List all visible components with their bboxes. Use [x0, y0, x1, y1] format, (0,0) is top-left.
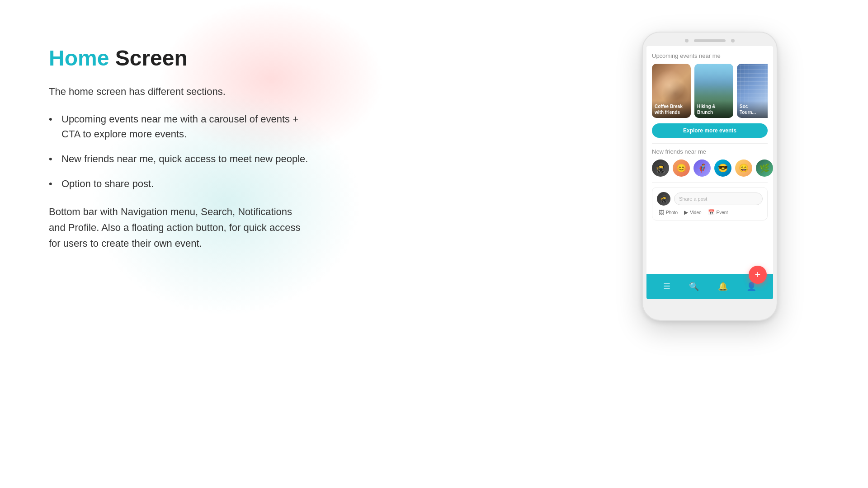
event-card-social[interactable]: SocTourn... [737, 64, 768, 118]
post-actions: 🖼 Photo ▶ Video 📅 Event [657, 209, 763, 216]
share-post-input[interactable]: Share a post [674, 192, 763, 205]
upcoming-section-title: Upcoming events near me [652, 52, 768, 59]
phone-camera [731, 39, 735, 42]
phone-dot [685, 39, 689, 42]
friend-avatar-4[interactable]: 😎 [714, 160, 731, 177]
divider-1 [652, 143, 768, 144]
photo-label: Photo [666, 210, 678, 215]
events-carousel: Coffee Breakwith friends Hiking &Brunch … [652, 64, 768, 118]
video-label: Video [690, 210, 701, 215]
phone-screen: Upcoming events near me Coffee Breakwith… [646, 46, 773, 299]
friend-face-1: 🥷 [652, 160, 669, 177]
bullet-item-3: Option to share post. [49, 176, 311, 191]
post-avatar: 🥷 [657, 192, 670, 206]
friend-face-4: 😎 [714, 160, 731, 177]
event-card-coffee[interactable]: Coffee Breakwith friends [652, 64, 691, 118]
page-description: The home screen has different sections. [49, 84, 311, 99]
title-highlight: Home [49, 46, 109, 70]
fab-icon: + [755, 269, 761, 281]
bottom-description: Bottom bar with Navigation menu, Search,… [49, 204, 311, 252]
explore-events-button[interactable]: Explore more events [652, 123, 768, 138]
bullet-item-1: Upcoming events near me with a carousel … [49, 112, 311, 141]
friends-section-title: New friends near me [652, 148, 768, 155]
event-action-button[interactable]: 📅 Event [708, 209, 728, 216]
screen-content: Upcoming events near me Coffee Breakwith… [646, 46, 773, 274]
feature-list: Upcoming events near me with a carousel … [49, 112, 311, 191]
video-action-button[interactable]: ▶ Video [684, 209, 701, 216]
left-panel: Home Screen The home screen has differen… [49, 45, 311, 251]
event-label-coffee: Coffee Breakwith friends [652, 101, 691, 118]
bullet-item-2: New friends near me, quick access to mee… [49, 151, 311, 166]
friend-face-2: 😊 [673, 160, 690, 177]
friend-avatar-2[interactable]: 😊 [673, 160, 690, 177]
photo-icon: 🖼 [659, 209, 664, 216]
share-post-area: 🥷 Share a post 🖼 Photo ▶ Video [652, 187, 768, 221]
page-title: Home Screen [49, 45, 311, 71]
title-normal: Screen [109, 46, 187, 70]
phone-mockup: Upcoming events near me Coffee Breakwith… [642, 32, 778, 321]
fab-button[interactable]: + [749, 266, 767, 284]
divider-2 [652, 182, 768, 183]
event-label-social: SocTourn... [737, 101, 768, 118]
event-label-hiking: Hiking &Brunch [694, 101, 733, 118]
photo-action-button[interactable]: 🖼 Photo [659, 209, 678, 216]
event-icon: 📅 [708, 209, 715, 216]
phone-speaker [694, 39, 726, 42]
nav-search-icon[interactable]: 🔍 [689, 282, 699, 291]
friend-face-5: 😄 [735, 160, 752, 177]
friend-avatar-6[interactable]: 🌿 [756, 160, 773, 177]
friend-avatar-3[interactable]: 🦸 [693, 160, 711, 177]
event-card-hiking[interactable]: Hiking &Brunch [694, 64, 733, 118]
friend-avatar-1[interactable]: 🥷 [652, 160, 669, 177]
phone-shell: Upcoming events near me Coffee Breakwith… [642, 32, 778, 321]
share-post-row: 🥷 Share a post [657, 192, 763, 206]
share-post-placeholder: Share a post [679, 196, 707, 202]
phone-top-bar [643, 33, 777, 46]
bottom-nav: ☰ 🔍 🔔 👤 + [646, 274, 773, 299]
friend-face-3: 🦸 [693, 160, 711, 177]
nav-menu-icon[interactable]: ☰ [663, 282, 670, 291]
video-icon: ▶ [684, 209, 688, 216]
event-label: Event [717, 210, 728, 215]
nav-notifications-icon[interactable]: 🔔 [718, 282, 728, 291]
friend-face-6: 🌿 [756, 160, 773, 177]
friends-row: 🥷 😊 🦸 😎 😄 🌿 [652, 160, 768, 177]
friend-avatar-5[interactable]: 😄 [735, 160, 752, 177]
